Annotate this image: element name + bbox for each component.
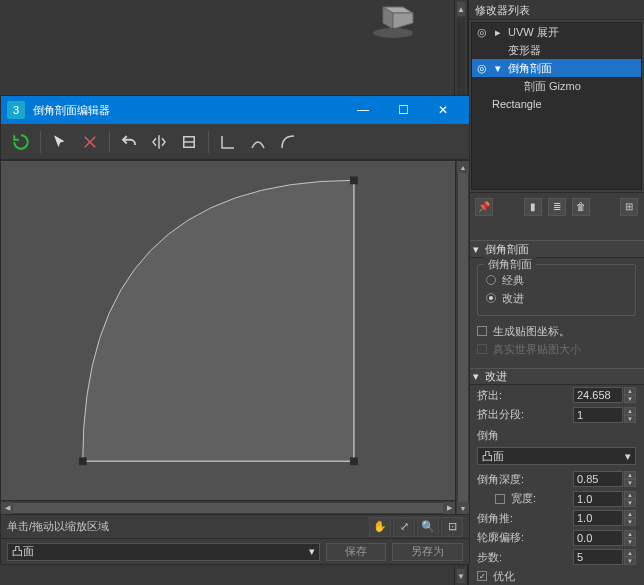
spinner-arrows[interactable]: ▲▼ — [624, 387, 636, 403]
save-as-button[interactable]: 另存为 — [392, 543, 463, 561]
svg-rect-14 — [350, 176, 358, 184]
param-width: 宽度: ▲▼ — [469, 489, 644, 509]
param-bevel-push: 倒角推: ▲▼ — [469, 508, 644, 528]
remove-modifier-icon[interactable]: 🗑 — [572, 198, 590, 216]
editor-bottom-bar: 凸面 ▾ 保存 另存为 — [1, 538, 469, 564]
minimize-button[interactable]: — — [343, 96, 383, 124]
zoom-extents-icon[interactable]: ⤢ — [393, 517, 415, 537]
profile-canvas[interactable] — [1, 161, 455, 500]
corner-point-icon[interactable] — [214, 128, 242, 156]
width-input[interactable] — [573, 491, 623, 507]
maximize-button[interactable]: ☐ — [383, 96, 423, 124]
vertical-scrollbar[interactable]: ▲ ▼ — [455, 161, 469, 514]
modifier-stack[interactable]: ◎ ▸ UVW 展开 变形器 ◎ ▾ 倒角剖面 剖面 Gizmo Rectang… — [471, 22, 642, 190]
modifier-uvw-unwrap[interactable]: ◎ ▸ UVW 展开 — [472, 23, 641, 41]
visibility-eye-icon[interactable]: ◎ — [474, 62, 490, 75]
mirror-icon[interactable] — [145, 128, 173, 156]
param-outline-offset: 轮廓偏移: ▲▼ — [469, 528, 644, 548]
cursor-icon[interactable] — [46, 128, 74, 156]
radio-classic[interactable]: 经典 — [486, 271, 627, 289]
bevel-type-dropdown[interactable]: 凸面 ▾ — [477, 447, 636, 465]
extrude-input[interactable] — [573, 387, 623, 403]
save-button[interactable]: 保存 — [326, 543, 386, 561]
spinner-arrows[interactable]: ▲▼ — [624, 471, 636, 487]
undo-icon[interactable] — [115, 128, 143, 156]
spinner-arrows[interactable]: ▲▼ — [624, 407, 636, 423]
editor-titlebar[interactable]: 3 倒角剖面编辑器 — ☐ ✕ — [1, 96, 469, 124]
outline-offset-input[interactable] — [573, 530, 623, 546]
rollout-advanced[interactable]: ▾ 改进 — [469, 368, 644, 386]
visibility-eye-icon[interactable]: ◎ — [474, 26, 490, 39]
svg-rect-12 — [79, 457, 87, 465]
modifier-list-header: 修改器列表 — [469, 0, 644, 20]
extrude-segs-input[interactable] — [573, 407, 623, 423]
smooth-point-icon[interactable] — [274, 128, 302, 156]
base-object-rectangle[interactable]: Rectangle — [472, 95, 641, 113]
svg-point-3 — [373, 28, 413, 38]
rollout-arrow-icon: ▾ — [473, 243, 485, 256]
bevel-mode-group: 倒角剖面 经典 改进 — [477, 264, 636, 316]
zoom-icon[interactable]: 🔍 — [417, 517, 439, 537]
svg-rect-13 — [350, 457, 358, 465]
make-unique-icon[interactable]: ≣ — [548, 198, 566, 216]
modifier-gizmo-sub[interactable]: 剖面 Gizmo — [472, 77, 641, 95]
spinner-arrows[interactable]: ▲▼ — [624, 491, 636, 507]
close-button[interactable]: ✕ — [423, 96, 463, 124]
bevel-group-label: 倒角 — [469, 424, 644, 447]
param-bevel-depth: 倒角深度: ▲▼ — [469, 469, 644, 489]
configure-sets-icon[interactable]: ⊞ — [620, 198, 638, 216]
rollout-arrow-icon: ▾ — [473, 370, 485, 383]
snap-icon[interactable] — [175, 128, 203, 156]
param-steps: 步数: ▲▼ — [469, 547, 644, 567]
check-realworld-uvs: 真实世界贴图大小 — [477, 340, 636, 358]
rollout-bevel-profile[interactable]: ▾ 倒角剖面 — [469, 240, 644, 258]
chevron-down-icon: ▾ — [625, 450, 631, 463]
viewport-thumbnail — [348, 0, 438, 38]
radio-advanced[interactable]: 改进 — [486, 289, 627, 307]
modifier-deformer[interactable]: 变形器 — [472, 41, 641, 59]
spinner-arrows[interactable]: ▲▼ — [624, 549, 636, 565]
app-icon: 3 — [7, 101, 25, 119]
check-optimize[interactable]: 优化 — [477, 567, 636, 585]
chevron-down-icon: ▾ — [309, 545, 315, 558]
pin-stack-icon[interactable]: 📌 — [475, 198, 493, 216]
expand-arrow-icon[interactable]: ▾ — [490, 62, 506, 75]
pan-icon[interactable]: ✋ — [369, 517, 391, 537]
svg-marker-2 — [393, 13, 413, 29]
editor-title: 倒角剖面编辑器 — [33, 103, 343, 118]
check-width-enable[interactable] — [495, 490, 511, 508]
delete-point-icon[interactable] — [76, 128, 104, 156]
check-generate-uvs[interactable]: 生成贴图坐标。 — [477, 322, 636, 340]
refresh-icon[interactable] — [7, 128, 35, 156]
horizontal-scrollbar[interactable]: ◀ ▶ — [1, 500, 455, 514]
group-title: 倒角剖面 — [484, 257, 536, 272]
modifier-button-bar: 📌 ▮ ≣ 🗑 ⊞ — [469, 192, 644, 221]
editor-status-bar: 单击/拖动以缩放区域 ✋ ⤢ 🔍 ⊡ — [1, 514, 469, 538]
bevel-push-input[interactable] — [573, 510, 623, 526]
modifier-bevel-profile[interactable]: ◎ ▾ 倒角剖面 — [472, 59, 641, 77]
expand-arrow-icon[interactable]: ▸ — [490, 26, 506, 39]
spinner-arrows[interactable]: ▲▼ — [624, 530, 636, 546]
steps-input[interactable] — [573, 549, 623, 565]
spinner-arrows[interactable]: ▲▼ — [624, 510, 636, 526]
zoom-region-icon[interactable]: ⊡ — [441, 517, 463, 537]
param-extrude: 挤出: ▲▼ — [469, 385, 644, 405]
show-end-result-icon[interactable]: ▮ — [524, 198, 542, 216]
bevel-depth-input[interactable] — [573, 471, 623, 487]
bezier-point-icon[interactable] — [244, 128, 272, 156]
editor-toolbar — [1, 124, 469, 160]
profile-preset-dropdown[interactable]: 凸面 ▾ — [7, 543, 320, 561]
param-extrude-segs: 挤出分段: ▲▼ — [469, 405, 644, 425]
